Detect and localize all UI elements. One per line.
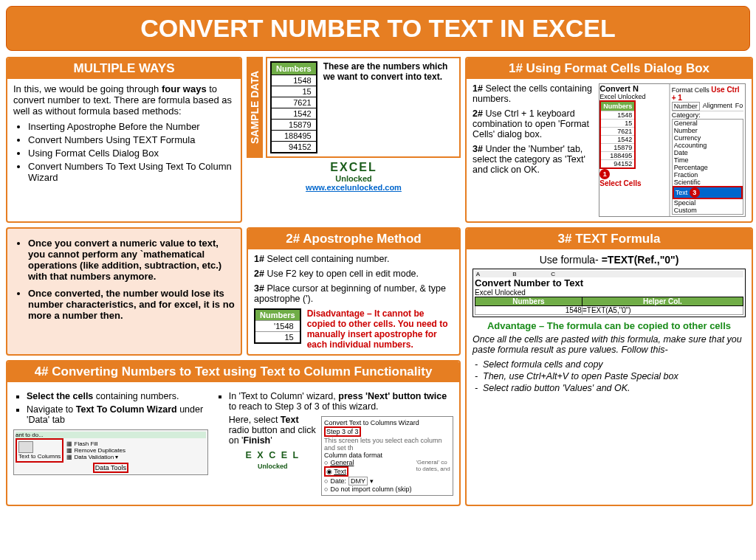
format-cells-screenshot: Convert N Excel Unlocked Numbers 1548 15… (599, 83, 746, 217)
note-item: Once converted, the number would lose it… (28, 288, 235, 321)
apostrophe-box: 2# Apostrophe Method 1# Select cell cont… (247, 227, 461, 356)
list-item: Convert Numbers To Text Using Text To Co… (28, 161, 235, 183)
apostrophe-header: 2# Apostrophe Method (248, 229, 459, 249)
sample-label: SAMPLE DATA (247, 57, 263, 158)
text-formula-box: 3# TEXT Formula Use formula- =TEXT(Ref.,… (465, 227, 753, 506)
multiple-ways-box: MULTIPLE WAYS In this, we would be going… (6, 57, 242, 223)
format-cells-header: 1# Using Format Cells Dialog Box (467, 58, 752, 79)
tf-steps: Select formula cells and copy Then, use … (472, 359, 746, 393)
advantage-text: Advantage – The formula can be copied to… (472, 320, 746, 331)
disadvantage-text: Disadvantage – It cannot be copied to ot… (307, 308, 453, 350)
formula-text: Use formula- =TEXT(Ref.,"0") (472, 254, 746, 266)
methods-list: Inserting Apostrophe Before the Number C… (13, 121, 235, 183)
text-to-column-box: 4# Converting Numbers to Text using Text… (6, 360, 461, 506)
badge-1: 1 (599, 169, 610, 179)
list-item: Using Format Cells Dialog Box (28, 148, 235, 159)
intro-text: In this, we would be going through four … (13, 83, 235, 117)
notes-box: Once you convert a numeric value to text… (6, 227, 242, 356)
tf-note: Once all the cells are pasted with this … (472, 334, 746, 355)
text-formula-screenshot: A B C Convert Number to Text Excel Unloc… (472, 269, 746, 317)
text-formula-header: 3# TEXT Formula (467, 229, 752, 249)
sample-caption: These are the numbers which we want to c… (320, 61, 456, 153)
format-cells-box: 1# Using Format Cells Dialog Box 1# Sele… (465, 57, 753, 223)
sample-table: Numbers 1548 15 7621 1542 15879 188495 9… (270, 61, 317, 153)
sample-data-box: SAMPLE DATA Numbers 1548 15 7621 1542 15… (247, 57, 461, 223)
list-item: Inserting Apostrophe Before the Number (28, 121, 235, 132)
apostrophe-table: Numbers '1548 15 (254, 308, 301, 344)
wizard-screenshot: Convert Text to Columns Wizard Step 3 of… (321, 416, 453, 496)
multiple-ways-header: MULTIPLE WAYS (7, 58, 241, 79)
badge-3: 3 (690, 187, 700, 198)
text-to-column-header: 4# Converting Numbers to Text using Text… (7, 362, 459, 382)
list-item: Convert Numbers Using TEXT Formula (28, 134, 235, 145)
note-item: Once you convert a numeric value to text… (28, 238, 235, 282)
main-title: CONVERT NUMBER TO TEXT IN EXCEL (6, 6, 750, 51)
ribbon-screenshot: ant to do... Text to Columns ▦ Flash Fil… (13, 429, 208, 475)
logo: EXCEL Unlocked www.excelunlocked.com (247, 161, 461, 192)
